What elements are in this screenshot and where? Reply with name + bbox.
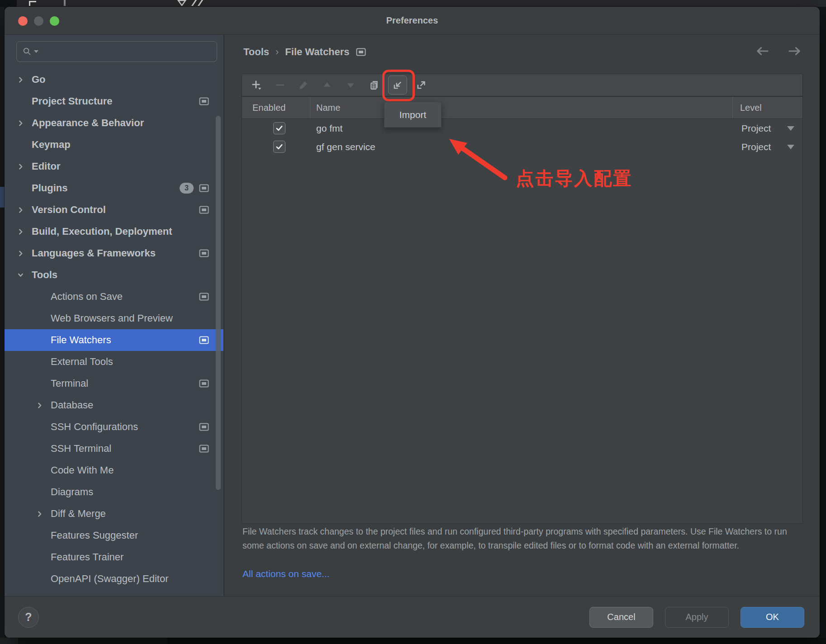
sidebar-item-database[interactable]: Database (5, 394, 223, 416)
ok-button[interactable]: OK (741, 607, 804, 628)
chevron-right-icon[interactable] (17, 250, 27, 257)
sidebar-item-go[interactable]: Go (5, 69, 223, 90)
sidebar-item-ssh-terminal[interactable]: SSH Terminal (5, 438, 223, 459)
chevron-right-icon[interactable] (36, 402, 46, 409)
settings-indicator-icon (199, 206, 209, 214)
breadcrumb-file-watchers[interactable]: File Watchers (285, 46, 349, 58)
sidebar-item-label: SSH Configurations (51, 421, 138, 433)
breadcrumb: Tools › File Watchers (243, 42, 366, 62)
settings-search-box[interactable] (16, 41, 217, 62)
sidebar-item-version-control[interactable]: Version Control (5, 199, 223, 221)
move-down-button[interactable] (339, 74, 362, 96)
watchers-table: Enabled Name Level go fmtProjectgf gen s… (242, 96, 803, 524)
sidebar-item-diagrams[interactable]: Diagrams (5, 481, 223, 503)
annotation-text: 点击导入配置 (516, 166, 632, 191)
column-header-enabled[interactable]: Enabled (252, 97, 285, 119)
chevron-down-icon[interactable] (17, 272, 27, 279)
sidebar-item-actions-on-save[interactable]: Actions on Save (5, 286, 223, 308)
sidebar-item-terminal[interactable]: Terminal (5, 373, 223, 394)
export-icon (416, 80, 426, 90)
sidebar-item-label: Actions on Save (51, 291, 123, 303)
sidebar-item-openapi-swagger-editor[interactable]: OpenAPI (Swagger) Editor (5, 568, 223, 590)
sidebar-item-plugins[interactable]: Plugins3 (5, 177, 223, 199)
export-button[interactable] (409, 74, 433, 96)
move-up-button[interactable] (315, 74, 339, 96)
forward-arrow-icon[interactable] (787, 46, 802, 57)
sidebar-item-label: Database (51, 399, 93, 411)
sidebar-item-features-suggester[interactable]: Features Suggester (5, 525, 223, 546)
watcher-row-gf-gen-service[interactable]: gf gen serviceProject (242, 137, 802, 156)
table-header: Enabled Name Level (242, 97, 802, 119)
column-header-name[interactable]: Name (316, 97, 340, 119)
search-icon (22, 47, 32, 57)
titlebar: Preferences (5, 7, 820, 35)
sidebar-item-diff-merge[interactable]: Diff & Merge (5, 503, 223, 525)
sidebar-item-label: Project Structure (32, 95, 113, 107)
chevron-right-icon[interactable] (17, 76, 27, 83)
watcher-row-go-fmt[interactable]: go fmtProject (242, 119, 802, 137)
apply-button[interactable]: Apply (665, 607, 729, 628)
edit-icon (299, 80, 309, 90)
description-text: File Watchers track changes to the proje… (242, 525, 811, 553)
edit-button[interactable] (292, 74, 315, 96)
sidebar-item-label: Appearance & Behavior (32, 117, 144, 129)
settings-indicator-icon (199, 184, 209, 192)
chevron-right-icon[interactable] (17, 228, 27, 235)
breadcrumb-tools[interactable]: Tools (243, 46, 269, 58)
window-title: Preferences (386, 15, 438, 26)
close-window-button[interactable] (18, 16, 28, 26)
background-caret-glyph (64, 0, 66, 6)
copy-button[interactable] (362, 74, 386, 96)
sidebar-item-label: Diagrams (51, 486, 93, 498)
enabled-checkbox[interactable] (273, 141, 285, 153)
sidebar-scrollbar[interactable] (216, 116, 221, 490)
all-actions-on-save-link[interactable]: All actions on save... (242, 568, 330, 579)
sidebar-item-build-execution-deployment[interactable]: Build, Execution, Deployment (5, 221, 223, 242)
sidebar-item-label: Editor (32, 161, 61, 172)
level-value: Project (741, 142, 771, 152)
sidebar-item-editor[interactable]: Editor (5, 156, 223, 177)
cancel-button[interactable]: Cancel (589, 607, 653, 628)
sidebar-item-file-watchers[interactable]: File Watchers (5, 329, 223, 351)
sidebar-item-code-with-me[interactable]: Code With Me (5, 459, 223, 481)
add-button[interactable] (245, 74, 268, 96)
sidebar-item-external-tools[interactable]: External Tools (5, 351, 223, 373)
sidebar-item-ssh-configurations[interactable]: SSH Configurations (5, 416, 223, 438)
sidebar-item-languages-frameworks[interactable]: Languages & Frameworks (5, 242, 223, 264)
chevron-right-icon[interactable] (36, 511, 46, 517)
import-icon (388, 76, 407, 95)
remove-icon (275, 80, 285, 90)
settings-indicator-icon (199, 445, 209, 453)
level-select[interactable]: Project (732, 119, 803, 137)
back-arrow-icon[interactable] (755, 46, 770, 57)
search-options-caret-icon[interactable] (34, 50, 38, 53)
search-input[interactable] (40, 42, 217, 62)
sidebar-item-keymap[interactable]: Keymap (5, 134, 223, 156)
sidebar-item-tools[interactable]: Tools (5, 264, 223, 286)
remove-button[interactable] (268, 74, 292, 96)
sidebar-item-appearance-behavior[interactable]: Appearance & Behavior (5, 112, 223, 134)
zoom-window-button[interactable] (50, 16, 59, 26)
sidebar-item-web-browsers-and-preview[interactable]: Web Browsers and Preview (5, 308, 223, 329)
sidebar-item-label: Tools (32, 269, 57, 281)
move-down-icon (346, 80, 356, 90)
sidebar-item-label: OpenAPI (Swagger) Editor (51, 573, 168, 585)
dialog-footer: ? Cancel Apply OK (5, 596, 820, 638)
background-statusbar-sliver (0, 638, 826, 644)
column-header-level[interactable]: Level (740, 97, 762, 119)
enabled-checkbox[interactable] (273, 122, 285, 134)
chevron-right-icon[interactable] (17, 163, 27, 170)
minimize-window-button[interactable] (34, 16, 43, 26)
chevron-right-icon[interactable] (17, 120, 27, 127)
background-toolwindow-icon (0, 187, 5, 208)
import-button[interactable] (386, 74, 409, 96)
chevron-right-icon[interactable] (17, 207, 27, 213)
sidebar-item-label: Diff & Merge (51, 508, 106, 520)
preferences-window: Preferences GoProject StructureAppearanc… (5, 7, 820, 638)
level-select[interactable]: Project (732, 137, 803, 156)
help-button[interactable]: ? (18, 607, 39, 628)
sidebar-item-features-trainer[interactable]: Features Trainer (5, 546, 223, 568)
sidebar-item-label: Plugins (32, 182, 67, 194)
background-code-glyph (29, 1, 36, 6)
sidebar-item-project-structure[interactable]: Project Structure (5, 90, 223, 112)
